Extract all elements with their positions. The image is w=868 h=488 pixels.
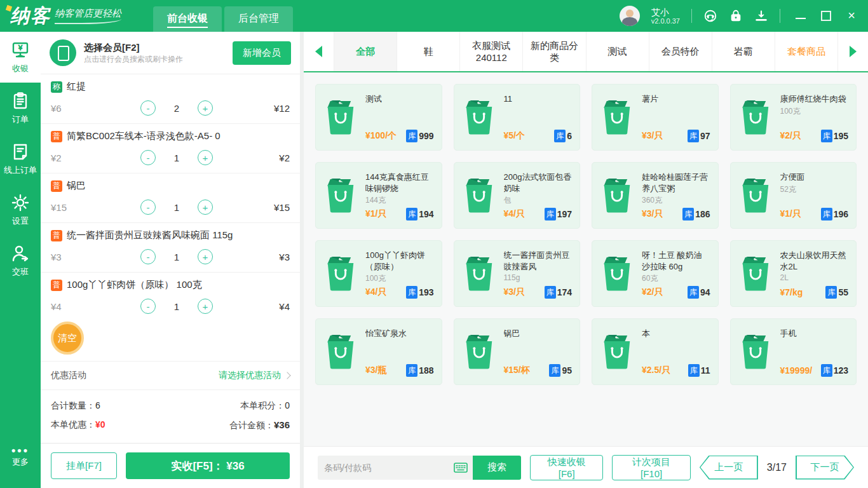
service-icon[interactable] [703,9,717,23]
category-tab[interactable]: 套餐商品 [775,32,837,71]
pay-button[interactable]: 实收[F5]： ¥36 [126,452,290,479]
product-spec: 100克 [365,273,434,284]
decrease-qty-button[interactable]: - [140,200,156,215]
prev-page-button[interactable]: 上一页 [700,456,758,480]
product-price: ¥5/个 [504,130,525,142]
category-tab[interactable]: 测试 [587,32,649,71]
minimize-button[interactable] [796,11,806,21]
cart-item[interactable]: 普简繁BC002车线本-语录浅色款-A5- 0¥2-1+¥2 [41,124,300,173]
add-member-button[interactable]: 新增会员 [233,41,291,65]
product-card[interactable]: 薯片¥3/只库97 [592,84,719,151]
category-tab[interactable]: 会员特价 [649,32,712,71]
item-qty: 1 [172,202,181,213]
product-card[interactable]: 11¥5/个库6 [454,84,581,151]
product-card[interactable]: 康师傅红烧牛肉袋100克¥2/只库195 [730,84,857,151]
category-tab[interactable]: 新的商品分类 [523,32,586,71]
cart-item[interactable]: 普统一酱拌面贵州豆豉辣酱风味碗面 115g¥3-1+¥3 [41,223,300,273]
sidebar-item-cashier[interactable]: ¥收银 [0,32,41,83]
tab-front-cashier[interactable]: 前台收银 [153,6,222,32]
category-tab[interactable]: 衣服测试240112 [460,32,523,71]
product-stock: 库194 [406,208,433,220]
product-card[interactable]: 统一酱拌面贵州豆豉辣酱风115g¥3/只库174 [454,240,581,307]
product-card[interactable]: 144克真食惠红豆味铜锣烧144克¥1/只库194 [315,162,442,229]
download-icon[interactable] [754,9,768,23]
category-tab[interactable]: 鞋 [397,32,460,71]
product-bag-icon [738,255,773,293]
product-stock: 库6 [554,130,572,142]
sidebar-item-label: 设置 [12,215,29,227]
sidebar-item-orders[interactable]: 订单 [0,83,41,133]
points-value: 0 [285,400,290,410]
cart-item[interactable]: 称红提¥6-2+¥12 [41,74,300,124]
product-card[interactable]: 呀！土豆 酸奶油沙拉味 60g60克¥2/只库94 [592,240,719,307]
decrease-qty-button[interactable]: - [140,150,156,165]
product-price: ¥2/只 [642,287,663,298]
category-tab[interactable]: 岩霸 [712,32,775,71]
quick-cashier-button[interactable]: 快速收银[F6] [530,455,603,480]
increase-qty-button[interactable]: + [198,249,213,264]
product-name: 呀！土豆 酸奶油沙拉味 60g [642,250,710,272]
category-prev-arrow[interactable] [304,32,334,71]
product-price: ¥7/kg [780,287,803,297]
keyboard-icon[interactable] [449,456,473,480]
tab-label: 后台管理 [238,13,279,27]
member-select[interactable]: 选择会员[F2] 点击进行会员搜索或刷卡操作 新增会员 [41,32,300,74]
decrease-qty-button[interactable]: - [140,299,156,314]
clear-cart-button[interactable]: 清空 [51,322,84,355]
avatar[interactable] [620,6,640,26]
category-next-arrow[interactable] [837,32,868,71]
sidebar-item-settings[interactable]: 设置 [0,184,41,235]
product-price: ¥4/只 [365,287,386,298]
lock-icon[interactable] [729,9,743,23]
product-stock: 库97 [688,130,710,142]
next-page-button[interactable]: 下一页 [796,456,854,480]
stock-badge: 库 [821,208,832,220]
product-card[interactable]: 手机¥19999/库123 [730,318,857,385]
search-button[interactable]: 搜索 [473,456,521,480]
product-price: ¥1/只 [780,208,801,220]
stock-badge: 库 [545,208,556,220]
maximize-button[interactable] [821,11,831,21]
increase-qty-button[interactable]: + [198,299,213,314]
sidebar-item-online-orders[interactable]: 线上订单 [0,133,41,184]
product-card[interactable]: 测试¥100/个库999 [315,84,442,151]
count-item-button[interactable]: 计次项目[F10] [612,455,691,480]
product-card[interactable]: 怡宝矿泉水¥3/瓶库188 [315,318,442,385]
product-price: ¥2/只 [780,130,801,142]
item-name: 锅巴 [67,180,86,192]
product-card[interactable]: 农夫山泉饮用天然水2L2L¥7/kg库55 [730,240,857,307]
product-bag-icon [738,333,773,371]
cart-panel: 选择会员[F2] 点击进行会员搜索或刷卡操作 新增会员 称红提¥6-2+¥12普… [41,32,304,488]
product-card[interactable]: 本¥2.5/只库11 [592,318,719,385]
decrease-qty-button[interactable]: - [140,249,156,264]
stock-value: 11 [701,365,710,376]
hold-order-button[interactable]: 挂单[F7] [51,452,117,479]
product-spec: 60克 [642,273,710,284]
cart-item[interactable]: 普100g丫丫虾肉饼（原味） 100克¥4-1+¥4 [41,273,300,316]
increase-qty-button[interactable]: + [198,200,213,215]
product-card[interactable]: 方便面52克¥1/只库196 [730,162,857,229]
tab-backend-manage[interactable]: 后台管理 [224,6,293,32]
close-button[interactable]: × [846,11,857,21]
stock-badge: 库 [688,286,699,299]
product-stock: 库95 [549,364,572,377]
product-spec: 100克 [780,106,849,117]
product-card[interactable]: 锅巴¥15/杯库95 [454,318,581,385]
stock-badge: 库 [406,130,417,142]
product-card[interactable]: 娃哈哈桂圆莲子营养八宝粥360克¥3/只库186 [592,162,719,229]
increase-qty-button[interactable]: + [198,100,213,116]
promo-select-link[interactable]: 请选择优惠活动 [219,370,290,381]
category-tab[interactable]: 全部 [334,32,397,71]
barcode-search-input[interactable] [318,456,449,480]
decrease-qty-button[interactable]: - [140,100,156,116]
total-qty-label: 合计数量： [51,400,95,410]
sidebar-item-shift[interactable]: 交班 [0,235,41,286]
product-card[interactable]: 100g丫丫虾肉饼（原味）100克¥4/只库193 [315,240,442,307]
stock-value: 196 [834,209,848,219]
orders-icon [11,92,30,111]
sidebar-item-more[interactable]: ••• 更多 [0,432,41,483]
product-card[interactable]: 200g法式软面包香奶味包¥4/只库197 [454,162,581,229]
cart-item[interactable]: 普锅巴¥15-1+¥15 [41,173,300,223]
arrow-right-icon [850,46,857,57]
increase-qty-button[interactable]: + [198,150,213,165]
